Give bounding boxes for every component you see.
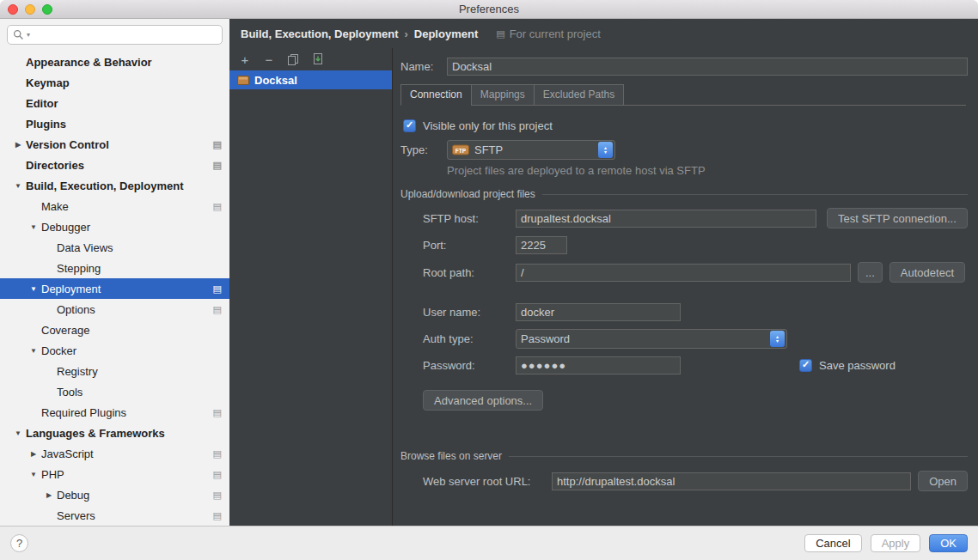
- visible-only-checkbox[interactable]: [403, 119, 416, 132]
- tab-connection[interactable]: Connection: [400, 84, 472, 106]
- sidebar-item-coverage[interactable]: Coverage: [0, 320, 229, 340]
- sidebar-item-options[interactable]: Options▤: [0, 299, 229, 320]
- expanded-arrow-icon[interactable]: ▼: [26, 347, 41, 355]
- sidebar-item-registry[interactable]: Registry: [0, 361, 229, 381]
- collapsed-arrow-icon[interactable]: ▶: [10, 141, 26, 149]
- help-button[interactable]: ?: [10, 534, 28, 552]
- sidebar-item-docker[interactable]: ▼Docker: [0, 340, 229, 361]
- type-label: Type:: [400, 143, 438, 156]
- sidebar-item-make[interactable]: Make▤: [0, 196, 229, 216]
- sidebar-item-plugins[interactable]: Plugins: [0, 113, 229, 134]
- sidebar-item-label: Stepping: [57, 262, 222, 275]
- expanded-arrow-icon[interactable]: ▼: [26, 285, 41, 293]
- window-title: Preferences: [0, 3, 978, 15]
- separator-line: [542, 194, 968, 195]
- minimize-button[interactable]: [25, 4, 35, 15]
- ok-button[interactable]: OK: [929, 534, 968, 552]
- sidebar-item-appearance-behavior[interactable]: Appearance & Behavior: [0, 52, 229, 72]
- per-project-settings-icon: ▤: [213, 304, 222, 315]
- add-icon[interactable]: [238, 52, 252, 66]
- sidebar-item-php[interactable]: ▼PHP▤: [0, 464, 229, 484]
- sidebar-item-javascript[interactable]: ▶JavaScript▤: [0, 443, 229, 464]
- sidebar-item-label: Directories: [26, 159, 208, 172]
- connection-tabs: ConnectionMappingsExcluded Paths: [400, 84, 966, 106]
- upload-section-header: Upload/download project files: [400, 188, 968, 200]
- cancel-button[interactable]: Cancel: [804, 534, 861, 552]
- sidebar-item-debug[interactable]: ▶Debug▤: [0, 484, 229, 505]
- search-icon: [13, 29, 24, 40]
- browse-section-label: Browse files on server: [400, 450, 502, 462]
- dropdown-arrows-icon[interactable]: ▴▾: [770, 331, 785, 347]
- web-root-label: Web server root URL:: [423, 475, 545, 488]
- server-list-panel: Docksal: [229, 48, 393, 526]
- sidebar-item-data-views[interactable]: Data Views: [0, 237, 229, 258]
- server-list-item-docksal[interactable]: Docksal: [229, 70, 392, 89]
- sidebar-item-tools[interactable]: Tools: [0, 381, 229, 402]
- search-input[interactable]: [33, 29, 217, 41]
- password-label: Password:: [423, 359, 509, 372]
- advanced-options-button[interactable]: Advanced options...: [423, 390, 543, 411]
- breadcrumb-separator: ›: [404, 27, 407, 40]
- search-history-arrow-icon[interactable]: ▾: [27, 31, 30, 39]
- zoom-button[interactable]: [42, 4, 52, 15]
- port-input[interactable]: [516, 236, 567, 254]
- save-password-checkbox[interactable]: [799, 359, 812, 372]
- user-name-input[interactable]: [516, 303, 681, 321]
- per-project-settings-icon: ▤: [213, 160, 222, 171]
- type-dropdown[interactable]: FTP SFTP ▴▾: [447, 140, 615, 160]
- sidebar-item-label: Build, Execution, Deployment: [26, 180, 222, 192]
- sidebar-item-deployment[interactable]: ▼Deployment▤: [0, 278, 229, 299]
- auth-type-label: Auth type:: [423, 332, 509, 345]
- name-input[interactable]: [447, 58, 968, 76]
- browse-root-button[interactable]: ...: [858, 262, 883, 283]
- root-path-label: Root path:: [423, 266, 509, 279]
- traffic-lights: [0, 4, 52, 15]
- sidebar-item-required-plugins[interactable]: Required Plugins▤: [0, 402, 229, 423]
- port-label: Port:: [423, 239, 509, 252]
- name-label: Name:: [400, 60, 438, 73]
- expanded-arrow-icon[interactable]: ▼: [26, 471, 41, 478]
- remove-icon[interactable]: [262, 52, 276, 66]
- sidebar-item-languages-frameworks[interactable]: ▼Languages & Frameworks: [0, 423, 229, 443]
- sftp-host-input[interactable]: [516, 210, 816, 228]
- sidebar-item-label: Deployment: [41, 283, 208, 295]
- sidebar-item-build-execution-deployment[interactable]: ▼Build, Execution, Deployment: [0, 175, 229, 196]
- collapsed-arrow-icon[interactable]: ▶: [41, 491, 57, 499]
- open-button[interactable]: Open: [918, 471, 968, 491]
- autodetect-button[interactable]: Autodetect: [889, 262, 965, 283]
- sidebar-item-debugger[interactable]: ▼Debugger: [0, 216, 229, 237]
- server-icon: [237, 76, 249, 85]
- sidebar-item-keymap[interactable]: Keymap: [0, 72, 229, 93]
- expanded-arrow-icon[interactable]: ▼: [26, 223, 41, 231]
- apply-button[interactable]: Apply: [871, 534, 921, 552]
- separator-line: [509, 456, 968, 457]
- sftp-host-label: SFTP host:: [423, 212, 509, 225]
- sidebar-item-version-control[interactable]: ▶Version Control▤: [0, 134, 229, 155]
- tab-mappings[interactable]: Mappings: [471, 84, 535, 106]
- auth-type-dropdown[interactable]: Password ▴▾: [516, 329, 787, 349]
- close-button[interactable]: [8, 4, 18, 15]
- dropdown-arrows-icon[interactable]: ▴▾: [598, 142, 613, 158]
- sidebar-item-label: Version Control: [26, 138, 208, 151]
- per-project-settings-icon: ▤: [213, 139, 222, 150]
- sidebar-item-stepping[interactable]: Stepping: [0, 258, 229, 278]
- preferences-window: Preferences ▾ Appearance & BehaviorKeyma…: [0, 0, 978, 560]
- tab-excluded-paths[interactable]: Excluded Paths: [534, 84, 624, 106]
- sidebar-item-editor[interactable]: Editor: [0, 93, 229, 113]
- settings-content: Build, Execution, Deployment › Deploymen…: [229, 19, 978, 526]
- root-path-input[interactable]: [516, 264, 851, 282]
- copy-icon[interactable]: [286, 52, 300, 66]
- password-input[interactable]: [516, 356, 681, 374]
- test-connection-button[interactable]: Test SFTP connection...: [827, 208, 968, 228]
- settings-search[interactable]: ▾: [7, 25, 223, 45]
- expanded-arrow-icon[interactable]: ▼: [10, 429, 26, 437]
- breadcrumb-part: Build, Execution, Deployment: [241, 27, 398, 40]
- expanded-arrow-icon[interactable]: ▼: [10, 182, 26, 190]
- breadcrumb: Build, Execution, Deployment › Deploymen…: [229, 19, 978, 48]
- sidebar-item-directories[interactable]: Directories▤: [0, 155, 229, 175]
- sidebar-item-servers[interactable]: Servers▤: [0, 505, 229, 526]
- collapsed-arrow-icon[interactable]: ▶: [26, 450, 41, 458]
- import-icon[interactable]: [310, 52, 324, 66]
- connection-tab-content: Visible only for this project Type: FTP …: [400, 119, 968, 491]
- web-root-input[interactable]: [552, 472, 911, 490]
